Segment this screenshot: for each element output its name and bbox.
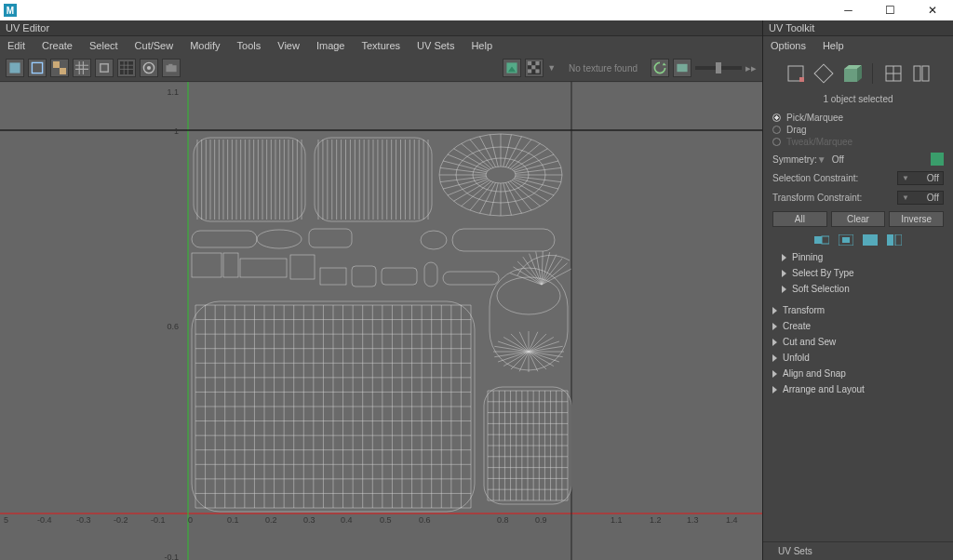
vertex-mode-icon[interactable] <box>785 62 807 85</box>
menu-help[interactable]: Help <box>463 38 500 53</box>
svg-text:1.2: 1.2 <box>650 515 662 525</box>
texture-image-icon[interactable] <box>503 59 521 77</box>
flood-selection-icon[interactable] <box>863 234 878 246</box>
svg-text:5: 5 <box>4 515 8 525</box>
mode-drag-radio[interactable]: Drag <box>772 124 944 136</box>
svg-text:0.2: 0.2 <box>265 515 277 525</box>
checker-icon[interactable] <box>50 59 69 77</box>
uv-toolkit-menubar: OptionsHelp <box>763 36 953 55</box>
menu-uv-sets[interactable]: UV Sets <box>409 38 462 53</box>
svg-rect-4 <box>101 64 108 72</box>
mode-pick-radio[interactable]: Pick/Marquee <box>772 112 944 124</box>
svg-text:-0.3: -0.3 <box>76 515 91 525</box>
section-create[interactable]: Create <box>763 318 953 334</box>
section-transform[interactable]: Transform <box>763 302 953 318</box>
svg-rect-276 <box>814 236 822 244</box>
menu-select[interactable]: Select <box>82 38 126 53</box>
svg-text:1.1: 1.1 <box>611 515 623 525</box>
tk-menu-help[interactable]: Help <box>815 38 852 53</box>
svg-rect-280 <box>863 234 878 246</box>
minimize-button[interactable]: ─ <box>827 0 869 20</box>
dim-icon[interactable] <box>117 59 136 77</box>
menu-textures[interactable]: Textures <box>354 38 408 53</box>
uv-shell-mode-icon[interactable] <box>882 62 905 85</box>
close-button[interactable]: ✕ <box>911 0 953 20</box>
selection-info: 1 object selected <box>763 92 953 110</box>
wireframe-display-icon[interactable] <box>28 59 47 77</box>
svg-rect-5 <box>120 61 133 74</box>
mode-tweak-radio[interactable]: Tweak/Marquee <box>772 136 944 148</box>
menu-image[interactable]: Image <box>309 38 353 53</box>
svg-rect-2 <box>53 61 60 68</box>
svg-text:-0.2: -0.2 <box>114 515 128 525</box>
camera-icon[interactable] <box>162 59 181 77</box>
section-align-and-snap[interactable]: Align and Snap <box>763 366 953 381</box>
select-clear-button[interactable]: Clear <box>831 211 886 227</box>
transform-constraint-dropdown[interactable]: ▼Off <box>897 191 944 205</box>
dim-image-icon[interactable] <box>140 59 158 77</box>
menu-create[interactable]: Create <box>34 38 80 53</box>
uv-toolkit-title: UV Toolkit <box>763 20 953 36</box>
svg-marker-18 <box>663 62 666 65</box>
section-cut-and-sew[interactable]: Cut and Sew <box>763 334 953 350</box>
grid-icon[interactable] <box>73 59 91 77</box>
section-soft-selection[interactable]: Soft Selection <box>763 281 953 297</box>
svg-text:1.1: 1.1 <box>167 87 179 97</box>
convert-selection-icon[interactable] <box>887 234 902 246</box>
svg-rect-281 <box>887 234 893 246</box>
menu-edit[interactable]: Edit <box>0 38 33 53</box>
select-all-button[interactable]: All <box>772 211 827 227</box>
svg-text:-0.1: -0.1 <box>151 515 166 525</box>
symmetry-icon[interactable] <box>931 153 944 166</box>
exposure-slider[interactable] <box>695 66 742 70</box>
edge-mode-icon[interactable] <box>812 62 835 85</box>
shrink-selection-icon[interactable] <box>839 234 853 246</box>
uv-editor-menubar: EditCreateSelectCut/SewModifyToolsViewIm… <box>0 36 762 55</box>
svg-text:-0.1: -0.1 <box>164 553 179 560</box>
uv-toolkit-panel: UV Toolkit OptionsHelp 1 object selected… <box>763 20 953 560</box>
face-mode-icon[interactable] <box>840 62 863 85</box>
menu-cut-sew[interactable]: Cut/Sew <box>128 38 181 53</box>
svg-rect-266 <box>799 77 804 82</box>
svg-text:0.3: 0.3 <box>303 515 315 525</box>
menu-tools[interactable]: Tools <box>230 38 269 53</box>
isolate-icon[interactable] <box>95 59 114 77</box>
uv-mode-icon[interactable] <box>910 62 933 85</box>
svg-rect-9 <box>168 64 172 67</box>
section-arrange-and-layout[interactable]: Arrange and Layout <box>763 381 953 397</box>
uv-snapshot-icon[interactable] <box>673 59 691 77</box>
svg-point-7 <box>147 66 151 70</box>
section-unfold[interactable]: Unfold <box>763 350 953 366</box>
svg-text:1.3: 1.3 <box>687 515 699 525</box>
selection-constraint-dropdown[interactable]: ▼Off <box>897 171 944 185</box>
svg-rect-274 <box>914 66 920 81</box>
maximize-button[interactable]: ☐ <box>869 0 911 20</box>
menu-view[interactable]: View <box>270 38 307 53</box>
shaded-display-icon[interactable] <box>6 59 24 77</box>
svg-rect-279 <box>842 237 850 243</box>
svg-rect-1 <box>32 62 42 73</box>
svg-rect-22 <box>188 130 571 513</box>
symmetry-label: Symmetry: <box>772 154 817 165</box>
uv-sets-section[interactable]: UV Sets <box>763 541 953 560</box>
tk-menu-options[interactable]: Options <box>763 38 813 53</box>
refresh-icon[interactable] <box>651 59 669 77</box>
svg-text:0.1: 0.1 <box>227 515 239 525</box>
menu-modify[interactable]: Modify <box>182 38 227 53</box>
svg-rect-0 <box>9 62 20 73</box>
grow-selection-icon[interactable] <box>814 234 829 246</box>
svg-rect-267 <box>814 64 833 83</box>
uv-viewport[interactable]: 5-0.4-0.3-0.2-0.100.10.20.30.40.50.60.80… <box>0 82 762 560</box>
svg-text:0.6: 0.6 <box>167 322 179 331</box>
select-inverse-button[interactable]: Inverse <box>889 211 944 227</box>
svg-text:0: 0 <box>188 515 193 525</box>
section-select-by-type[interactable]: Select By Type <box>763 265 953 281</box>
section-pinning[interactable]: Pinning <box>763 249 953 265</box>
svg-rect-14 <box>536 61 540 65</box>
svg-text:0.4: 0.4 <box>341 515 353 525</box>
svg-rect-13 <box>528 61 531 65</box>
checker-pattern-icon[interactable] <box>525 59 544 77</box>
svg-rect-16 <box>528 69 531 73</box>
svg-rect-17 <box>536 69 540 73</box>
symmetry-value[interactable]: Off <box>832 154 931 165</box>
